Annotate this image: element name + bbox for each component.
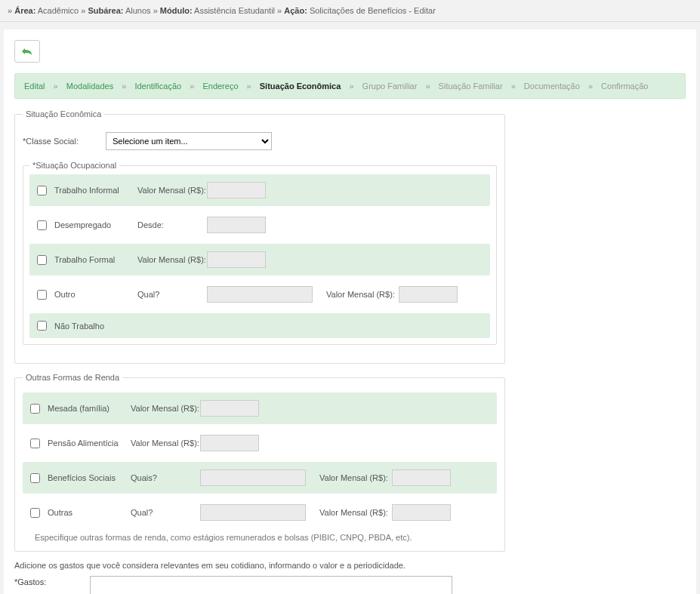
row-nao-trabalho: Não Trabalho xyxy=(29,313,490,338)
lbl-desempregado: Desempregado xyxy=(54,220,137,229)
bc-modulo-label: Módulo: xyxy=(160,6,193,15)
lbl-outro: Outro xyxy=(54,290,137,299)
step-endereco[interactable]: Endereço xyxy=(202,82,238,91)
step-edital[interactable]: Edital xyxy=(24,82,45,91)
chk-outras[interactable] xyxy=(30,508,40,518)
bc-subarea-label: Subárea: xyxy=(88,6,123,15)
row-desempregado: Desempregado Desde: xyxy=(29,209,490,241)
chk-trabalho-formal[interactable] xyxy=(37,255,47,265)
legend-situacao-economica: Situação Econômica xyxy=(23,109,104,118)
lbl-gastos: *Gastos: xyxy=(14,576,90,586)
input-valor-beneficios[interactable] xyxy=(392,469,451,486)
lbl-valor-outras: Valor Mensal (R$): xyxy=(319,508,392,517)
back-button[interactable] xyxy=(14,40,40,63)
textarea-gastos[interactable] xyxy=(90,576,452,594)
chk-trabalho-informal[interactable] xyxy=(37,186,47,195)
row-mesada: Mesada (família) Valor Mensal (R$): xyxy=(23,392,497,424)
chk-desempregado[interactable] xyxy=(37,220,47,230)
step-modalidades[interactable]: Modalidades xyxy=(66,82,113,91)
legend-outras-rendas: Outras Formas de Renda xyxy=(23,373,122,382)
input-valor-formal[interactable] xyxy=(207,251,266,268)
lbl-desde: Desde: xyxy=(137,220,207,229)
undo-arrow-icon xyxy=(20,45,35,57)
bc-area-label: Área: xyxy=(14,6,35,15)
lbl-mesada: Mesada (família) xyxy=(48,404,131,413)
lbl-pensao: Pensão Alimentícia xyxy=(48,439,131,448)
step-identificacao[interactable]: Identificação xyxy=(134,82,181,91)
lbl-trabalho-formal: Trabalho Formal xyxy=(54,255,137,264)
bc-acao-label: Ação: xyxy=(284,6,307,15)
chk-beneficios[interactable] xyxy=(30,473,40,483)
wizard-steps: Edital » Modalidades » Identificação » E… xyxy=(14,73,686,99)
row-beneficios: Benefícios Sociais Quais? Valor Mensal (… xyxy=(23,462,497,494)
row-outro: Outro Qual? Valor Mensal (R$): xyxy=(29,279,490,310)
chk-pensao[interactable] xyxy=(30,439,40,448)
input-quais-beneficios[interactable] xyxy=(200,469,306,486)
fieldset-situacao-economica: Situação Econômica *Classe Social: Selec… xyxy=(14,109,505,364)
bc-acao-value: Solicitações de Benefícios - Editar xyxy=(310,6,436,15)
breadcrumb: » Área: Acadêmico » Subárea: Alunos » Mó… xyxy=(0,0,700,22)
lbl-quais-beneficios: Quais? xyxy=(131,473,200,482)
row-outras: Outras Qual? Valor Mensal (R$): xyxy=(23,497,497,528)
input-valor-pensao[interactable] xyxy=(200,435,259,451)
row-trabalho-formal: Trabalho Formal Valor Mensal (R$): xyxy=(29,244,490,275)
chk-mesada[interactable] xyxy=(30,404,40,414)
hint-outras-rendas: Especifique outras formas de renda, como… xyxy=(23,528,497,542)
lbl-qual-outro: Qual? xyxy=(137,290,207,299)
fieldset-situacao-ocupacional: *Situação Ocupacional Trabalho Informal … xyxy=(23,161,497,345)
lbl-beneficios: Benefícios Sociais xyxy=(48,473,131,482)
input-qual-outro[interactable] xyxy=(207,286,313,303)
row-trabalho-informal: Trabalho Informal Valor Mensal (R$): xyxy=(29,174,490,206)
lbl-valor-pensao: Valor Mensal (R$): xyxy=(131,439,200,448)
row-gastos: *Gastos: xyxy=(14,576,505,594)
step-situacao-familiar: Situação Familiar xyxy=(439,82,503,91)
fieldset-outras-rendas: Outras Formas de Renda Mesada (família) … xyxy=(14,373,505,552)
gastos-instruction: Adicione os gastos que você considera re… xyxy=(14,561,505,570)
chk-nao-trabalho[interactable] xyxy=(37,321,47,331)
legend-situacao-ocupacional: *Situação Ocupacional xyxy=(29,161,119,170)
lbl-nao-trabalho: Não Trabalho xyxy=(54,322,137,331)
row-pensao: Pensão Alimentícia Valor Mensal (R$): xyxy=(23,427,497,459)
step-situacao-economica: Situação Econômica xyxy=(260,82,341,91)
chk-outro[interactable] xyxy=(37,290,47,300)
lbl-valor-outro: Valor Mensal (R$): xyxy=(326,290,399,299)
lbl-valor-mensal-informal: Valor Mensal (R$): xyxy=(137,186,207,195)
lbl-outras: Outras xyxy=(48,508,131,517)
lbl-qual-outras: Qual? xyxy=(131,508,200,517)
input-valor-outro[interactable] xyxy=(399,286,458,303)
page-content: Edital » Modalidades » Identificação » E… xyxy=(4,29,696,594)
lbl-trabalho-informal: Trabalho Informal xyxy=(54,186,137,195)
lbl-valor-mesada: Valor Mensal (R$): xyxy=(131,404,200,413)
input-desde[interactable] xyxy=(207,217,266,233)
input-valor-outras[interactable] xyxy=(392,504,451,521)
bc-modulo-value: Assistência Estudantil xyxy=(194,6,275,15)
select-classe-social[interactable]: Selecione um item... xyxy=(106,132,272,150)
step-grupo-familiar: Grupo Familiar xyxy=(362,82,418,91)
bc-area-value: Acadêmico xyxy=(38,6,79,15)
bc-subarea-value: Alunos xyxy=(125,6,151,15)
step-documentacao: Documentação xyxy=(524,82,580,91)
row-classe-social: *Classe Social: Selecione um item... xyxy=(23,126,497,156)
lbl-valor-beneficios: Valor Mensal (R$): xyxy=(319,473,392,482)
input-qual-outras[interactable] xyxy=(200,504,306,521)
input-valor-informal[interactable] xyxy=(207,182,266,199)
lbl-valor-mensal-formal: Valor Mensal (R$): xyxy=(137,255,207,264)
label-classe-social: *Classe Social: xyxy=(23,137,106,146)
step-confirmacao: Confirmação xyxy=(601,82,648,91)
input-valor-mesada[interactable] xyxy=(200,400,259,417)
